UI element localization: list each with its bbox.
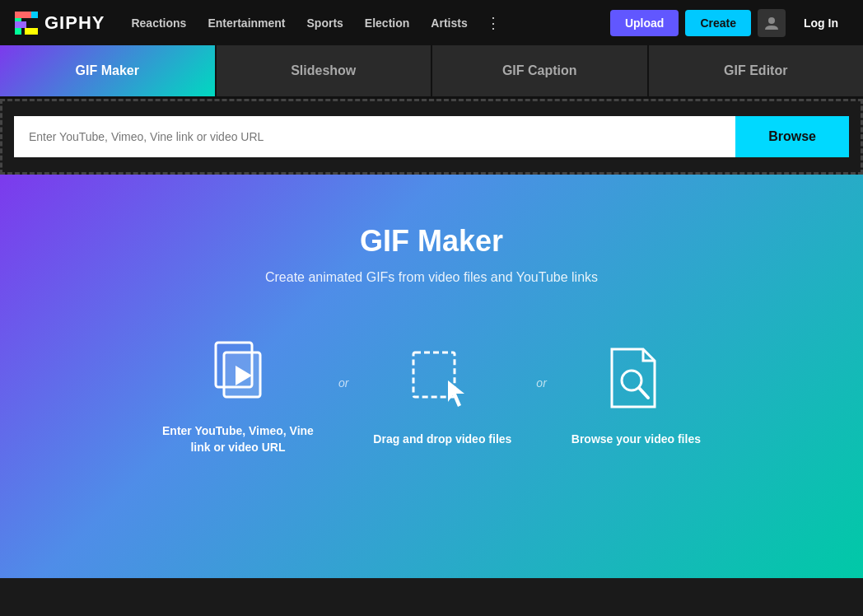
svg-marker-10 xyxy=(448,380,464,407)
login-button[interactable]: Log In xyxy=(792,10,850,36)
option-drag-drop-label: Drag and drop video files xyxy=(373,432,511,448)
search-file-icon xyxy=(599,343,673,417)
tabs-bar: GIF Maker Slideshow GIF Caption GIF Edit… xyxy=(0,45,863,99)
url-section: Browse xyxy=(0,99,863,175)
user-icon[interactable] xyxy=(758,9,786,37)
logo[interactable]: GIPHY xyxy=(13,10,105,36)
create-button[interactable]: Create xyxy=(685,10,751,36)
nav-item-entertainment[interactable]: Entertainment xyxy=(198,12,295,35)
browse-button[interactable]: Browse xyxy=(735,116,849,157)
main-subtitle: Create animated GIFs from video files an… xyxy=(265,270,598,285)
svg-rect-1 xyxy=(15,12,31,18)
nav-more-icon[interactable]: ⋮ xyxy=(479,9,507,37)
logo-text: GIPHY xyxy=(44,12,105,34)
svg-point-5 xyxy=(768,17,775,24)
nav-item-election[interactable]: Election xyxy=(355,12,419,35)
nav-item-reactions[interactable]: Reactions xyxy=(121,12,196,35)
icons-row: Enter YouTube, Vimeo, Vinelink or video … xyxy=(162,334,701,455)
nav-item-artists[interactable]: Artists xyxy=(421,12,477,35)
navbar: GIPHY Reactions Entertainment Sports Ele… xyxy=(0,0,863,45)
svg-rect-2 xyxy=(15,21,26,28)
or-text-2: or xyxy=(536,376,546,390)
nav-links: Reactions Entertainment Sports Election … xyxy=(121,9,603,37)
option-browse-files: Browse your video files xyxy=(571,343,701,448)
option-browse-files-label: Browse your video files xyxy=(571,432,701,448)
main-content: GIF Maker Create animated GIFs from vide… xyxy=(0,175,863,578)
option-video-url-label: Enter YouTube, Vimeo, Vinelink or video … xyxy=(162,423,314,455)
drag-drop-icon xyxy=(405,343,479,417)
giphy-logo-icon xyxy=(13,10,40,36)
option-drag-drop: Drag and drop video files xyxy=(373,343,511,448)
main-title: GIF Maker xyxy=(360,224,503,259)
nav-actions: Upload Create Log In xyxy=(610,9,850,37)
svg-line-12 xyxy=(639,388,648,398)
tab-slideshow[interactable]: Slideshow xyxy=(217,45,433,96)
tab-gif-caption[interactable]: GIF Caption xyxy=(432,45,649,96)
or-text-1: or xyxy=(338,376,348,390)
avatar-icon xyxy=(764,16,779,30)
upload-button[interactable]: Upload xyxy=(610,10,679,36)
tab-gif-maker[interactable]: GIF Maker xyxy=(0,45,217,96)
nav-item-sports[interactable]: Sports xyxy=(297,12,353,35)
video-file-icon xyxy=(201,334,275,408)
url-input[interactable] xyxy=(14,116,735,157)
tab-gif-editor[interactable]: GIF Editor xyxy=(649,45,864,96)
svg-rect-4 xyxy=(25,28,38,35)
option-video-url: Enter YouTube, Vimeo, Vinelink or video … xyxy=(162,334,314,455)
svg-rect-3 xyxy=(31,12,38,18)
